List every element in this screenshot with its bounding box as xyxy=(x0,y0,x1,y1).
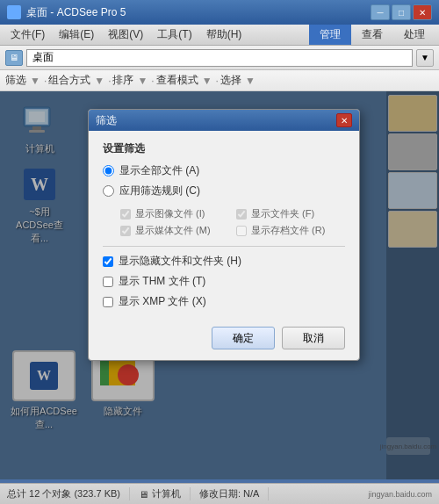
check-media-input xyxy=(120,226,131,236)
bc-filter[interactable]: 筛选 ▼ xyxy=(5,73,42,88)
dialog-title: 筛选 xyxy=(96,113,336,128)
check-hidden-files[interactable]: 显示隐藏文件和文件夹 (H) xyxy=(103,254,345,269)
status-bar: 总计 12 个对象 (323.7 KB) 🖥 计算机 修改日期: N/A jin… xyxy=(0,483,439,504)
menu-view[interactable]: 视图(V) xyxy=(101,25,150,45)
radio-apply-rules-label: 应用筛选规则 (C) xyxy=(119,184,200,198)
minimize-button[interactable]: ─ xyxy=(371,4,390,20)
check-folders-input xyxy=(236,209,247,220)
dialog-close-button[interactable]: ✕ xyxy=(336,113,352,127)
check-media-label: 显示媒体文件 (M) xyxy=(135,224,211,237)
address-icon: 🖥 xyxy=(5,50,23,66)
status-modify: 修改日期: N/A xyxy=(199,487,269,500)
app-title: 桌面 - ACDSee Pro 5 xyxy=(26,5,371,20)
check-thm[interactable]: 显示 THM 文件 (T) xyxy=(103,274,345,289)
dialog-buttons: 确定 取消 xyxy=(103,320,345,349)
check-xmp-input[interactable] xyxy=(103,297,113,307)
bc-viewmode[interactable]: 查看模式 ▼ xyxy=(156,73,214,88)
tab-viewer[interactable]: 查看 xyxy=(351,25,393,45)
check-archives-label: 显示存档文件 (R) xyxy=(251,224,325,237)
tab-process[interactable]: 处理 xyxy=(393,25,435,45)
app-icon xyxy=(7,5,21,19)
watermark-status: jingyan.baidu.com xyxy=(368,490,432,499)
status-computer: 🖥 计算机 xyxy=(139,487,191,500)
menu-help[interactable]: 帮助(H) xyxy=(199,25,249,45)
check-xmp[interactable]: 显示 XMP 文件 (X) xyxy=(103,294,345,309)
check-images-input xyxy=(120,209,131,220)
address-bar: 🖥 ▼ xyxy=(0,46,439,70)
tab-manage[interactable]: 管理 xyxy=(309,25,351,45)
address-dropdown[interactable]: ▼ xyxy=(416,49,434,67)
breadcrumb-bar: 筛选 ▼ · 组合方式 ▼ · 排序 ▼ · 查看模式 ▼ · 选择 ▼ xyxy=(0,70,439,91)
dialog-content: 设置筛选 显示全部文件 (A) 应用筛选规则 (C) 显示图像文件 (I) xyxy=(89,131,359,360)
check-thm-label: 显示 THM 文件 (T) xyxy=(119,274,205,289)
dialog-section-title: 设置筛选 xyxy=(103,141,345,156)
window-controls: ─ □ ✕ xyxy=(371,4,432,20)
radio-apply-rules[interactable]: 应用筛选规则 (C) xyxy=(103,184,345,198)
dialog-titlebar: 筛选 ✕ xyxy=(89,110,359,131)
check-xmp-label: 显示 XMP 文件 (X) xyxy=(119,294,206,309)
menu-bar: 文件(F) 编辑(E) 视图(V) 工具(T) 帮助(H) 管理 查看 处理 xyxy=(0,25,439,46)
radio-apply-rules-input[interactable] xyxy=(103,185,114,197)
check-archives-input xyxy=(236,226,247,236)
radio-show-all-label: 显示全部文件 (A) xyxy=(119,163,199,178)
menu-edit[interactable]: 编辑(E) xyxy=(52,25,101,45)
sub-checkbox-grid: 显示图像文件 (I) 显示文件夹 (F) 显示媒体文件 (M) 显示存档文件 (… xyxy=(120,207,345,237)
check-media: 显示媒体文件 (M) xyxy=(120,224,229,237)
status-total: 总计 12 个对象 (323.7 KB) xyxy=(7,487,130,500)
title-bar: 桌面 - ACDSee Pro 5 ─ □ ✕ xyxy=(0,0,439,25)
ok-button[interactable]: 确定 xyxy=(212,327,275,349)
check-folders: 显示文件夹 (F) xyxy=(236,207,345,220)
check-hidden-input[interactable] xyxy=(103,256,113,267)
radio-show-all-input[interactable] xyxy=(103,165,114,176)
dialog-divider xyxy=(103,246,345,247)
check-thm-input[interactable] xyxy=(103,277,113,287)
cancel-button[interactable]: 取消 xyxy=(282,327,345,349)
close-button[interactable]: ✕ xyxy=(413,4,432,20)
check-images: 显示图像文件 (I) xyxy=(120,207,229,220)
bc-group[interactable]: 组合方式 ▼ xyxy=(48,73,106,88)
check-images-label: 显示图像文件 (I) xyxy=(135,207,205,220)
bc-sort[interactable]: 排序 ▼ xyxy=(112,73,149,88)
main-content: 计算机 W ~$用ACDSee查看... W 如何用ACDSee查... xyxy=(0,91,439,479)
address-input[interactable] xyxy=(26,49,413,67)
check-hidden-label: 显示隐藏文件和文件夹 (H) xyxy=(119,254,241,269)
check-folders-label: 显示文件夹 (F) xyxy=(251,207,314,220)
check-archives: 显示存档文件 (R) xyxy=(236,224,345,237)
maximize-button[interactable]: □ xyxy=(392,4,411,20)
bc-select[interactable]: 选择 ▼ xyxy=(220,73,257,88)
radio-show-all[interactable]: 显示全部文件 (A) xyxy=(103,163,345,178)
menu-tools[interactable]: 工具(T) xyxy=(150,25,198,45)
menu-file[interactable]: 文件(F) xyxy=(4,25,52,45)
filter-dialog: 筛选 ✕ 设置筛选 显示全部文件 (A) 应用筛选规则 (C) 显 xyxy=(88,109,360,361)
filter-radio-group: 显示全部文件 (A) 应用筛选规则 (C) xyxy=(103,163,345,198)
